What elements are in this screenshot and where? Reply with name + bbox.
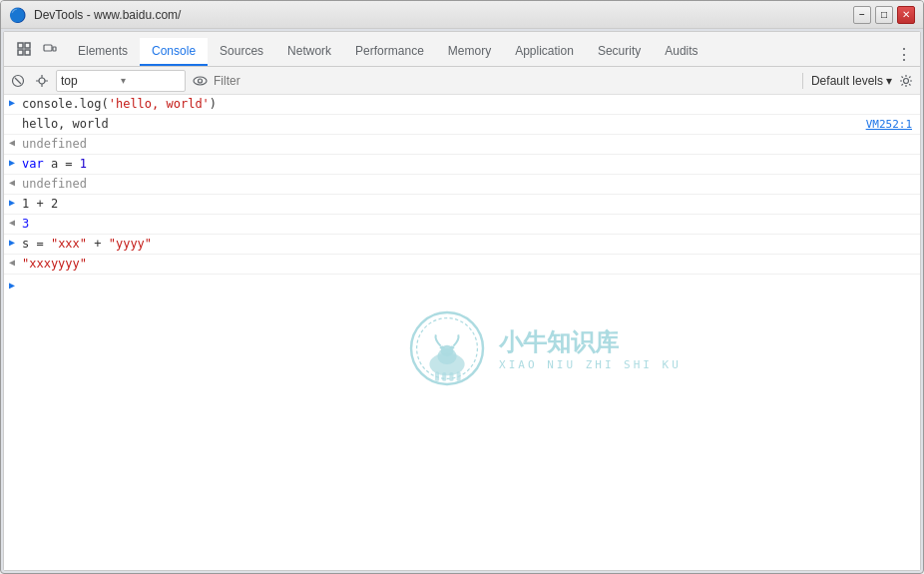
context-selector-arrow: ▾ [121,75,181,86]
console-line: ▶ s = "xxx" + "yyyy" [4,235,920,255]
tab-bar-right: ⋮ [892,42,920,66]
svg-rect-2 [25,43,30,48]
svg-rect-26 [457,371,461,381]
watermark-text: 小牛知识库 XIAO NIU ZHI SHI KU [499,326,682,371]
console-toolbar: top ▾ Default levels ▾ [4,67,920,95]
input-caret: ▶ [4,280,20,290]
devtools-panel: Elements Console Sources Network Perform… [3,31,921,571]
svg-point-19 [437,348,456,364]
device-toggle-button[interactable] [38,37,62,61]
tab-performance[interactable]: Performance [343,38,436,66]
svg-point-22 [449,346,454,349]
svg-rect-4 [44,45,52,51]
svg-point-13 [194,77,207,85]
watermark: 小牛知识库 XIAO NIU ZHI SHI KU [407,308,682,388]
levels-arrow-icon: ▾ [886,74,892,88]
tab-audits[interactable]: Audits [653,38,709,66]
tab-application[interactable]: Application [503,38,586,66]
svg-point-20 [441,345,454,356]
preserve-log-button[interactable] [32,71,52,91]
line-content: console.log('hello, world') [20,97,916,111]
line-content: undefined [20,137,916,151]
maximize-button[interactable]: □ [875,6,893,24]
tab-bar-left-icons [8,32,66,66]
minimize-button[interactable]: − [853,6,871,24]
svg-rect-25 [449,372,453,381]
tab-security[interactable]: Security [586,38,653,66]
console-input[interactable] [20,278,916,291]
title-bar: 🔵 DevTools - www.baidu.com/ − □ ✕ [1,1,923,29]
line-content: 1 + 2 [20,197,916,211]
chrome-window: 🔵 DevTools - www.baidu.com/ − □ ✕ [0,0,924,574]
line-expand-arrow[interactable]: ▶ [4,97,20,108]
line-expand-arrow[interactable]: ▶ [4,197,20,208]
console-line: ▶ console.log('hello, world') [4,95,920,115]
svg-point-18 [429,353,464,375]
svg-rect-23 [435,371,439,381]
console-line: ◀ "xxxyyyy" [4,255,920,275]
context-selector[interactable]: top ▾ [56,70,186,92]
svg-rect-0 [18,43,23,48]
console-line: hello, world VM252:1 [4,115,920,135]
line-result-arrow: ◀ [4,257,20,268]
svg-rect-3 [25,50,30,55]
line-content: var a = 1 [20,157,916,171]
console-line: ▶ 1 + 2 [4,195,920,215]
tab-network[interactable]: Network [275,38,343,66]
filter-divider [802,73,803,89]
svg-point-21 [440,346,445,349]
window-title: DevTools - www.baidu.com/ [34,8,845,22]
window-controls: − □ ✕ [853,6,915,24]
svg-line-7 [15,78,21,84]
filter-type-button[interactable] [190,71,210,91]
tab-sources[interactable]: Sources [208,38,275,66]
settings-button[interactable] [896,71,916,91]
console-input-line: ▶ [4,275,920,294]
more-options-button[interactable]: ⋮ [892,42,916,66]
console-line: ◀ undefined [4,135,920,155]
console-line: ◀ 3 [4,215,920,235]
line-result-arrow: ◀ [4,177,20,188]
svg-point-16 [411,312,483,384]
chrome-icon: 🔵 [9,7,26,23]
log-levels-dropdown[interactable]: Default levels ▾ [811,74,892,88]
console-output: 小牛知识库 XIAO NIU ZHI SHI KU ▶ console.log(… [4,95,920,570]
tab-console[interactable]: Console [140,38,208,66]
console-line: ▶ var a = 1 [4,155,920,175]
console-line: ◀ undefined [4,175,920,195]
line-content: 3 [20,217,916,231]
svg-point-8 [39,78,45,84]
line-content: s = "xxx" + "yyyy" [20,237,916,251]
svg-rect-1 [18,50,23,55]
tab-bar: Elements Console Sources Network Perform… [4,32,920,67]
line-expand-arrow[interactable]: ▶ [4,237,20,248]
line-content: "xxxyyyy" [20,257,916,271]
svg-rect-24 [442,372,446,381]
line-content: hello, world [20,117,866,131]
close-button[interactable]: ✕ [897,6,915,24]
devtools-tabs: Elements Console Sources Network Perform… [66,32,710,66]
svg-point-15 [904,78,909,83]
svg-point-17 [417,318,478,379]
filter-input[interactable] [214,70,794,92]
line-expand-arrow[interactable]: ▶ [4,157,20,168]
tab-elements[interactable]: Elements [66,38,140,66]
vm-link[interactable]: VM252:1 [866,118,916,131]
svg-point-14 [198,79,202,83]
inspect-element-button[interactable] [12,37,36,61]
clear-console-button[interactable] [8,71,28,91]
line-result-arrow: ◀ [4,137,20,148]
tab-memory[interactable]: Memory [436,38,503,66]
line-content: undefined [20,177,916,191]
svg-rect-5 [53,47,56,51]
line-result-arrow: ◀ [4,217,20,228]
